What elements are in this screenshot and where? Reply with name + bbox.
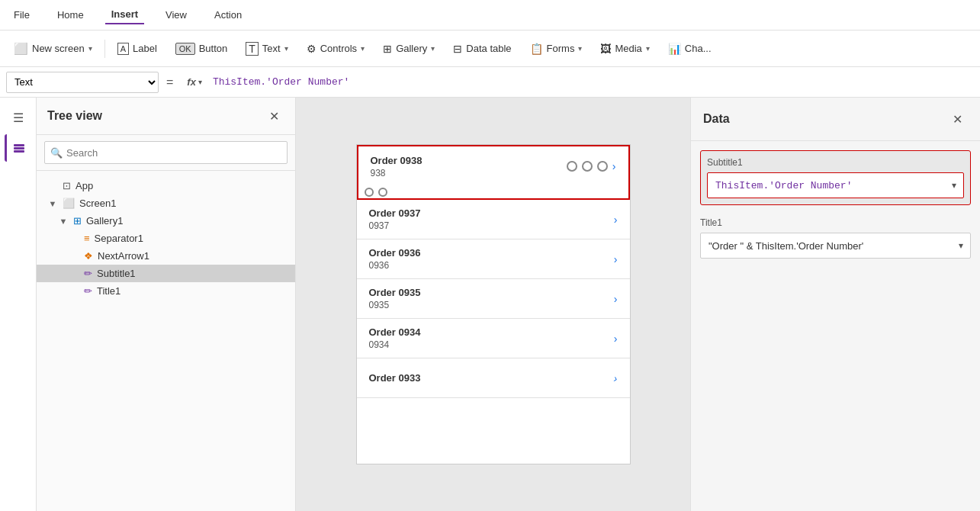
menu-insert[interactable]: Insert — [105, 5, 144, 24]
formula-input[interactable] — [213, 76, 974, 88]
data-panel-body: Subtitle1 ThisItem.'Order Number' ▾ Titl… — [691, 141, 980, 268]
forms-chevron-icon: ▾ — [578, 44, 582, 53]
item-subtitle-0936: 0936 — [369, 260, 421, 271]
item-text-0935: Order 0935 0935 — [369, 287, 421, 310]
gallery-item-order0935[interactable]: Order 0935 0935 › — [357, 279, 630, 319]
screen1-label: Screen1 — [79, 198, 284, 209]
arrow-icon-0937: › — [614, 214, 618, 226]
tree-item-nextarrow1[interactable]: ❖ NextArrow1 — [37, 247, 295, 265]
data-field-title1: Title1 "Order " & ThisItem.'Order Number… — [700, 217, 971, 259]
gallery-container: Order 0938 938 › — [357, 145, 630, 464]
gallery-label: Gallery — [396, 43, 427, 54]
gallery-button[interactable]: ⊞ Gallery ▾ — [375, 39, 442, 59]
button-icon: OK — [175, 43, 195, 55]
media-icon: 🖼 — [600, 43, 611, 55]
controls-label: Controls — [320, 43, 357, 54]
data-table-icon: ⊟ — [453, 43, 462, 55]
text-button[interactable]: T Text ▾ — [238, 38, 295, 59]
chart-icon: 📊 — [668, 43, 681, 55]
forms-button[interactable]: 📋 Forms ▾ — [522, 39, 590, 59]
label-button[interactable]: A Label — [110, 39, 165, 59]
item-text-0936: Order 0936 0936 — [369, 247, 421, 271]
tree-header: Tree view ✕ — [37, 98, 295, 135]
screen1-icon: ⬜ — [63, 198, 75, 209]
tree-panel: Tree view ✕ 🔍 ⊡ App ▼ ⬜ Screen1 — [37, 98, 296, 511]
tree-item-screen1[interactable]: ▼ ⬜ Screen1 — [37, 194, 295, 212]
title1-label: Title1 — [97, 285, 284, 297]
gallery-item-order0933[interactable]: Order 0933 › — [357, 358, 630, 398]
sidebar-icons: ☰ — [0, 98, 37, 511]
nextarrow1-icon: ❖ — [84, 250, 93, 262]
label-icon: A — [117, 43, 129, 55]
tree-search: 🔍 — [37, 135, 295, 171]
data-panel-close-button[interactable]: ✕ — [946, 108, 968, 130]
new-screen-button[interactable]: ⬜ New screen ▾ — [6, 38, 100, 59]
subtitle1-select-wrap: ThisItem.'Order Number' ▾ — [707, 172, 964, 198]
formula-bar: Text = fx ▾ — [0, 67, 980, 98]
menu-file[interactable]: File — [8, 6, 36, 24]
title1-icon: ✏ — [84, 285, 92, 297]
chevron-down-icon: ▾ — [88, 44, 92, 53]
button-label: Button — [199, 43, 228, 54]
search-input[interactable] — [44, 141, 288, 164]
svg-rect-0 — [14, 144, 24, 146]
item-title-0933: Order 0933 — [369, 372, 421, 384]
tree-item-separator1[interactable]: ≡ Separator1 — [37, 230, 295, 247]
subtitle1-field-label: Subtitle1 — [707, 157, 964, 168]
separator1-label: Separator1 — [95, 233, 284, 244]
menu-view[interactable]: View — [159, 6, 193, 24]
controls-button[interactable]: ⚙ Controls ▾ — [299, 39, 372, 59]
equals-sign: = — [163, 76, 176, 89]
tree-item-subtitle1[interactable]: ✏ Subtitle1 — [37, 265, 295, 282]
hamburger-menu-button[interactable]: ☰ — [5, 104, 32, 131]
text-chevron-icon: ▾ — [284, 44, 288, 53]
gallery-item-order0936[interactable]: Order 0936 0936 › — [357, 239, 630, 279]
data-panel-title: Data — [703, 112, 730, 126]
text-icon: T — [246, 42, 259, 56]
toolbar-divider-1 — [104, 40, 105, 58]
title1-select[interactable]: "Order " & ThisItem.'Order Number' — [700, 233, 971, 259]
tree-item-app[interactable]: ⊡ App — [37, 177, 295, 194]
handle-center — [582, 161, 593, 172]
layers-button[interactable] — [5, 134, 32, 162]
controls-icon: ⚙ — [307, 43, 316, 55]
arrow-icon-0936: › — [614, 253, 618, 265]
fx-button[interactable]: fx ▾ — [181, 74, 208, 90]
formula-property-select[interactable]: Text — [6, 72, 159, 93]
subtitle1-select[interactable]: ThisItem.'Order Number' — [707, 172, 964, 198]
item-title-0934: Order 0934 — [369, 326, 421, 338]
tree-close-button[interactable]: ✕ — [263, 105, 284, 127]
tree-item-gallery1[interactable]: ▼ ⊞ Gallery1 — [37, 212, 295, 230]
chart-label: Cha... — [685, 43, 712, 54]
handle-right — [597, 161, 608, 172]
data-table-button[interactable]: ⊟ Data table — [445, 39, 519, 59]
canvas-area: Order 0938 938 › — [296, 98, 690, 511]
app-label: App — [76, 180, 284, 191]
media-button[interactable]: 🖼 Media ▾ — [593, 39, 657, 59]
expand-icon-screen1: ▼ — [47, 199, 58, 208]
media-chevron-icon: ▾ — [646, 44, 650, 53]
item-title-0936: Order 0936 — [369, 247, 421, 259]
handle-left — [567, 161, 577, 172]
chart-button[interactable]: 📊 Cha... — [660, 39, 719, 59]
menu-action[interactable]: Action — [208, 6, 248, 24]
menu-home[interactable]: Home — [51, 6, 90, 24]
nextarrow1-label: NextArrow1 — [98, 250, 284, 262]
arrow-icon-0935: › — [614, 293, 618, 305]
gallery-item-order0934[interactable]: Order 0934 0934 › — [357, 319, 630, 358]
layers-icon — [12, 141, 26, 155]
gallery-icon: ⊞ — [383, 43, 392, 55]
gallery1-icon: ⊞ — [73, 215, 82, 227]
gallery-item-selected[interactable]: Order 0938 938 › — [357, 145, 630, 200]
separator1-icon: ≡ — [84, 233, 90, 244]
gallery-chevron-icon: ▾ — [431, 44, 435, 53]
label-label: Label — [133, 43, 157, 54]
selected-item-text: Order 0938 938 — [371, 155, 423, 178]
gallery-item-order0937[interactable]: Order 0937 0937 › — [357, 200, 630, 239]
forms-label: Forms — [547, 43, 575, 54]
title1-field-label: Title1 — [700, 217, 971, 228]
subtitle1-label: Subtitle1 — [97, 268, 284, 279]
button-button[interactable]: OK Button — [168, 39, 236, 59]
data-panel-header: Data ✕ — [691, 98, 980, 141]
tree-item-title1[interactable]: ✏ Title1 — [37, 282, 295, 300]
